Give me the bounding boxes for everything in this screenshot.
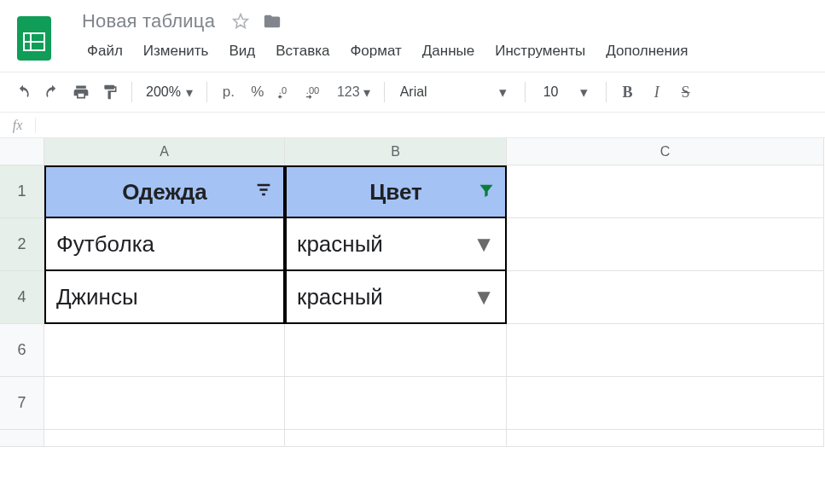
separator bbox=[206, 82, 207, 102]
cell-empty[interactable] bbox=[285, 324, 507, 377]
table-row: 2 Футболка красный ▼ bbox=[0, 218, 825, 271]
chevron-down-icon[interactable]: ▾ bbox=[572, 79, 597, 105]
cell-empty[interactable] bbox=[44, 430, 285, 447]
italic-button[interactable]: I bbox=[644, 79, 670, 105]
cell-empty[interactable] bbox=[507, 165, 824, 218]
header-cell-tsvet[interactable]: Цвет bbox=[285, 165, 507, 218]
cell-text: Цвет bbox=[369, 179, 421, 206]
cell[interactable]: красный ▼ bbox=[285, 271, 507, 324]
doc-title[interactable]: Новая таблица bbox=[78, 9, 218, 34]
separator bbox=[131, 82, 132, 102]
star-icon[interactable] bbox=[232, 13, 249, 30]
svg-marker-4 bbox=[234, 14, 248, 28]
svg-rect-0 bbox=[17, 16, 51, 61]
menu-file[interactable]: Файл bbox=[78, 39, 131, 63]
cell-empty[interactable] bbox=[507, 377, 824, 430]
cell[interactable]: красный ▼ bbox=[285, 218, 507, 271]
cell-empty[interactable] bbox=[44, 377, 285, 430]
zoom-value: 200% bbox=[146, 84, 181, 100]
cell-empty[interactable] bbox=[507, 324, 824, 377]
chevron-down-icon: ▾ bbox=[186, 84, 193, 101]
header-cell-odezhda[interactable]: Одежда bbox=[44, 165, 285, 218]
dropdown-icon[interactable]: ▼ bbox=[473, 284, 495, 310]
zoom-dropdown[interactable]: 200% ▾ bbox=[141, 84, 198, 101]
cell-empty[interactable] bbox=[285, 377, 507, 430]
formula-bar: fx bbox=[0, 113, 825, 138]
separator bbox=[525, 82, 526, 102]
font-family-dropdown[interactable]: Arial bbox=[393, 84, 487, 100]
dropdown-icon[interactable]: ▼ bbox=[473, 231, 495, 258]
menu-insert[interactable]: Вставка bbox=[267, 39, 338, 63]
row-header[interactable]: 4 bbox=[0, 271, 44, 324]
column-header-B[interactable]: B bbox=[285, 138, 507, 165]
percent-button[interactable]: % bbox=[245, 79, 270, 105]
separator bbox=[606, 82, 607, 102]
number-format-label: 123 bbox=[337, 84, 360, 100]
folder-icon[interactable] bbox=[263, 12, 282, 31]
cell-text: красный bbox=[297, 231, 383, 258]
chevron-down-icon: ▾ bbox=[363, 84, 370, 101]
menu-view[interactable]: Вид bbox=[220, 39, 264, 63]
font-size-dropdown[interactable]: 10 bbox=[534, 84, 568, 100]
filter-lines-icon[interactable] bbox=[254, 179, 273, 206]
menu-bar: Файл Изменить Вид Вставка Формат Данные … bbox=[78, 39, 697, 63]
currency-button[interactable]: р. bbox=[216, 79, 241, 105]
increase-decimal-button[interactable]: .00 bbox=[303, 79, 328, 105]
menu-addons[interactable]: Дополнения bbox=[597, 39, 696, 63]
fx-label: fx bbox=[0, 118, 36, 133]
separator bbox=[384, 82, 385, 102]
paint-format-button[interactable] bbox=[97, 79, 123, 105]
doc-meta: Новая таблица Файл Изменить Вид Вставка … bbox=[78, 7, 697, 63]
svg-text:.00: .00 bbox=[306, 85, 319, 96]
table-row-empty bbox=[0, 430, 825, 447]
chevron-down-icon[interactable]: ▾ bbox=[491, 79, 516, 105]
column-header-A[interactable]: A bbox=[44, 138, 285, 165]
undo-button[interactable] bbox=[10, 79, 36, 105]
strikethrough-button[interactable]: S bbox=[673, 79, 699, 105]
table-header-row: 1 Одежда Цвет bbox=[0, 165, 825, 218]
bold-button[interactable]: B bbox=[615, 79, 641, 105]
spreadsheet-grid: A B C 1 Одежда Цвет 2 Футболка красный ▼ bbox=[0, 138, 825, 447]
cell-text: красный bbox=[297, 284, 383, 310]
print-button[interactable] bbox=[68, 79, 94, 105]
cell-empty[interactable] bbox=[285, 430, 507, 447]
column-headers: A B C bbox=[0, 138, 825, 165]
cell-empty[interactable] bbox=[44, 324, 285, 377]
cell-empty[interactable] bbox=[507, 218, 824, 271]
svg-text:.0: .0 bbox=[279, 85, 287, 96]
column-header-C[interactable]: C bbox=[507, 138, 824, 165]
select-all-corner[interactable] bbox=[0, 138, 44, 165]
toolbar: 200% ▾ р. % .0 .00 123 ▾ Arial ▾ 10 ▾ B … bbox=[0, 72, 825, 113]
formula-input[interactable] bbox=[36, 113, 825, 137]
filter-funnel-icon[interactable] bbox=[478, 179, 495, 206]
cell-empty[interactable] bbox=[507, 271, 824, 324]
row-header[interactable]: 6 bbox=[0, 324, 44, 377]
cell-empty[interactable] bbox=[507, 430, 824, 447]
menu-data[interactable]: Данные bbox=[414, 39, 483, 63]
cell[interactable]: Джинсы bbox=[44, 271, 285, 324]
cell-text: Футболка bbox=[56, 231, 154, 258]
menu-edit[interactable]: Изменить bbox=[135, 39, 218, 63]
row-header[interactable]: 2 bbox=[0, 218, 44, 271]
row-header[interactable]: 7 bbox=[0, 377, 44, 430]
header-area: Новая таблица Файл Изменить Вид Вставка … bbox=[0, 0, 825, 65]
decrease-decimal-button[interactable]: .0 bbox=[274, 79, 299, 105]
redo-button[interactable] bbox=[39, 79, 65, 105]
table-row-empty: 7 bbox=[0, 377, 825, 430]
table-row: 4 Джинсы красный ▼ bbox=[0, 271, 825, 324]
row-header[interactable] bbox=[0, 430, 44, 447]
cell-text: Одежда bbox=[122, 179, 207, 206]
table-row-empty: 6 bbox=[0, 324, 825, 377]
app-logo[interactable] bbox=[14, 12, 55, 65]
row-header[interactable]: 1 bbox=[0, 165, 44, 218]
number-format-dropdown[interactable]: 123 ▾ bbox=[332, 84, 375, 101]
cell-text: Джинсы bbox=[56, 284, 138, 310]
menu-tools[interactable]: Инструменты bbox=[486, 39, 594, 63]
menu-format[interactable]: Формат bbox=[341, 39, 410, 63]
cell[interactable]: Футболка bbox=[44, 218, 285, 271]
